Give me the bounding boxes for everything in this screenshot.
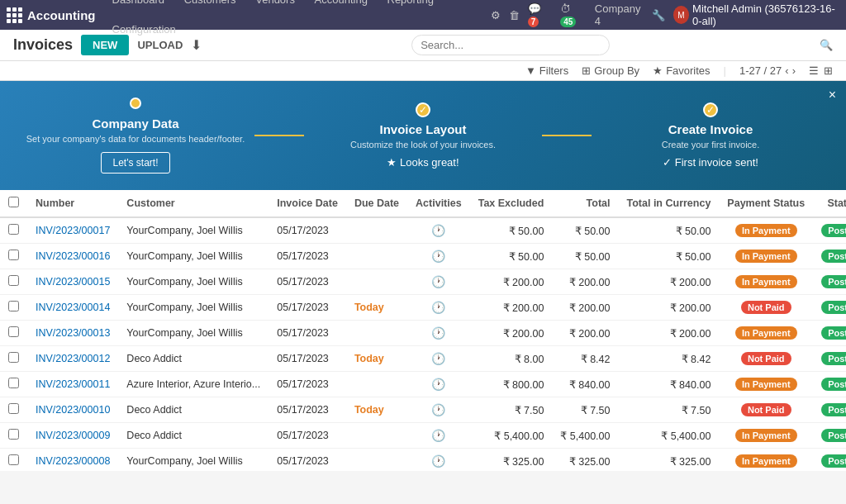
cell-number[interactable]: INV/2023/00008 [27,449,118,472]
step1-button[interactable]: Let's start! [101,152,171,174]
nav-reporting[interactable]: Reporting [379,0,442,6]
chat-badge: 7 [528,17,539,27]
cell-activities[interactable]: 🕐 [407,397,470,423]
cell-customer: Deco Addict [118,397,269,423]
clock-icon[interactable]: 🕐 [431,378,445,391]
favorites-button[interactable]: ★ Favorites [653,64,710,77]
clock-icon[interactable]: 🕐 [431,326,445,340]
cell-customer: YourCompany, Joel Willis [118,449,269,472]
select-all-checkbox[interactable] [8,197,19,207]
kanban-view-icon[interactable]: ⊞ [824,64,833,77]
col-header-status[interactable]: Status [813,190,846,217]
star-icon[interactable]: ⚙ [491,9,501,21]
col-header-number[interactable]: Number [27,190,118,217]
row-checkbox[interactable] [8,275,19,286]
col-header-tax-excluded[interactable]: Tax Excluded [470,190,553,217]
clock-icon[interactable]: 🕐 [431,454,445,468]
next-icon[interactable]: › [792,64,796,77]
row-checkbox[interactable] [8,224,19,235]
nav-dashboard[interactable]: Dashboard [104,0,173,6]
timer-icon[interactable]: ⏱ 45 [560,2,587,27]
cell-total-currency: ₹ 7.50 [618,397,719,423]
nav-customers[interactable]: Customers [176,0,245,6]
clock-icon[interactable]: 🕐 [431,403,445,416]
cell-payment-status: Not Paid [719,346,813,372]
search-icon[interactable]: 🔍 [820,39,833,51]
cell-number[interactable]: INV/2023/00015 [27,269,118,295]
row-checkbox[interactable] [8,326,19,337]
cell-activities[interactable]: 🕐 [407,321,470,346]
col-header-payment-status[interactable]: Payment Status [719,190,813,217]
cell-number[interactable]: INV/2023/00011 [27,372,118,397]
col-header-customer[interactable]: Customer [118,190,269,217]
cell-activities[interactable]: 🕐 [407,346,470,372]
cell-activities[interactable]: 🕐 [407,423,470,449]
table-row: INV/2023/00013 YourCompany, Joel Willis … [0,321,846,346]
user-menu[interactable]: M Mitchell Admin (36576123-16-0-all) [673,2,839,27]
cell-number[interactable]: INV/2023/00014 [27,295,118,321]
clock-icon[interactable]: 🕐 [431,429,445,442]
prev-icon[interactable]: ‹ [785,64,788,77]
table-row: INV/2023/00010 Deco Addict 05/17/2023 To… [0,397,846,423]
cell-number[interactable]: INV/2023/00010 [27,397,118,423]
search-input[interactable] [411,35,610,55]
row-checkbox[interactable] [8,429,19,440]
cell-total-currency: ₹ 840.00 [618,372,719,397]
cell-activities[interactable]: 🕐 [407,372,470,397]
table-row: INV/2023/00008 YourCompany, Joel Willis … [0,449,846,472]
cell-activities[interactable]: 🕐 [407,244,470,269]
cell-due-date: Today [346,346,407,372]
row-checkbox[interactable] [8,250,19,260]
cell-activities[interactable]: 🕐 [407,269,470,295]
nav-accounting[interactable]: Accounting [307,0,376,6]
clock-icon[interactable]: 🕐 [431,301,445,314]
cell-number[interactable]: INV/2023/00016 [27,244,118,269]
col-header-due-date[interactable]: Due Date [346,190,407,217]
new-button[interactable]: NEW [81,35,129,55]
clock-icon[interactable]: 🕐 [431,275,445,288]
payment-status-badge: In Payment [735,275,797,288]
cell-number[interactable]: INV/2023/00017 [27,217,118,244]
payment-status-badge: Not Paid [741,403,791,416]
chat-icon[interactable]: 💬 7 [528,2,552,27]
col-header-total[interactable]: Total [552,190,618,217]
clock-icon[interactable]: 🕐 [431,224,445,237]
row-checkbox[interactable] [8,454,19,465]
row-checkbox[interactable] [8,352,19,363]
cell-number[interactable]: INV/2023/00013 [27,321,118,346]
clock-icon[interactable]: 🕐 [431,250,445,263]
timer-badge: 45 [560,17,576,27]
filters-button[interactable]: ▼ Filters [525,64,568,77]
cell-number[interactable]: INV/2023/00009 [27,423,118,449]
nav-configuration[interactable]: Configuration [104,23,184,36]
wrench-icon[interactable]: 🔧 [652,9,665,21]
cell-number[interactable]: INV/2023/00012 [27,346,118,372]
col-header-total-currency[interactable]: Total in Currency [618,190,719,217]
invoices-table-container: Number Customer Invoice Date Due Date Ac… [0,190,846,471]
col-header-activities[interactable]: Activities [407,190,470,217]
cell-due-date [346,449,407,472]
row-checkbox[interactable] [8,301,19,311]
list-view-icon[interactable]: ☰ [809,64,819,77]
col-header-invoice-date[interactable]: Invoice Date [269,190,346,217]
clock-icon[interactable]: 🕐 [431,352,445,365]
cell-invoice-date: 05/17/2023 [269,346,346,372]
cell-customer: YourCompany, Joel Willis [118,269,269,295]
row-checkbox[interactable] [8,378,19,388]
upload-button[interactable]: UPLOAD [137,39,183,51]
app-logo[interactable]: Accounting [7,7,96,23]
top-navigation: Accounting Dashboard Customers Vendors A… [0,0,846,30]
status-badge: Posted [821,429,846,442]
filter-icon: ▼ [525,64,536,77]
download-icon[interactable]: ⬇ [191,37,202,53]
nav-vendors[interactable]: Vendors [247,0,303,6]
cell-activities[interactable]: 🕐 [407,449,470,472]
cell-activities[interactable]: 🕐 [407,295,470,321]
cell-activities[interactable]: 🕐 [407,217,470,244]
trash-icon[interactable]: 🗑 [509,9,520,21]
row-checkbox[interactable] [8,403,19,414]
close-button[interactable]: × [829,88,836,102]
cell-status: Posted [813,321,846,346]
groupby-button[interactable]: ⊞ Group By [582,64,639,77]
filters-label: Filters [539,64,568,77]
